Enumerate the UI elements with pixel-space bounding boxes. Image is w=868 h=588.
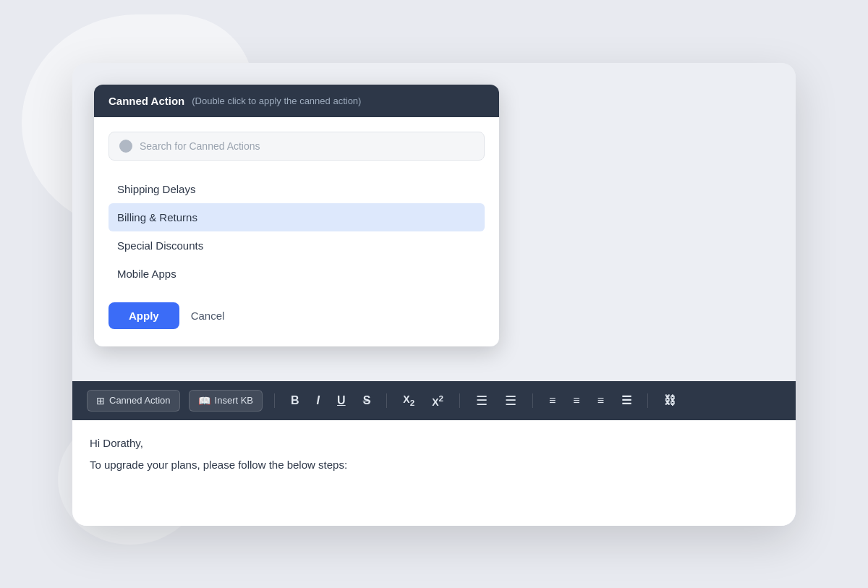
search-box[interactable]: Search for Canned Actions	[109, 132, 485, 161]
toolbar-separator-5	[647, 393, 648, 408]
insert-kb-label: Insert KB	[215, 395, 253, 406]
action-item-special-discounts[interactable]: Special Discounts	[109, 231, 485, 260]
subscript-button[interactable]: X2	[399, 391, 419, 409]
toolbar-separator-1	[274, 393, 275, 408]
ordered-list-button[interactable]: ☰	[501, 391, 521, 410]
insert-kb-button[interactable]: 📖 Insert KB	[189, 390, 263, 412]
dialog-subtitle: (Double click to apply the canned action…	[192, 95, 361, 106]
toolbar-separator-3	[459, 393, 460, 408]
canned-action-dialog: Canned Action (Double click to apply the…	[94, 85, 499, 346]
action-item-mobile-apps[interactable]: Mobile Apps	[109, 260, 485, 288]
toolbar-separator-2	[386, 393, 387, 408]
underline-button[interactable]: U	[333, 392, 350, 409]
align-right-button[interactable]: ≡	[593, 392, 608, 409]
cancel-button[interactable]: Cancel	[191, 310, 225, 322]
dialog-title: Canned Action	[109, 95, 184, 107]
action-item-billing-returns[interactable]: Billing & Returns	[109, 203, 485, 231]
link-button[interactable]: ⛓	[660, 392, 680, 409]
italic-button[interactable]: I	[312, 392, 324, 409]
dialog-buttons: Apply Cancel	[109, 302, 485, 329]
editor-line-1: Hi Dorathy,	[90, 435, 778, 452]
formatting-toolbar: ⊞ Canned Action 📖 Insert KB B I U S X2 X…	[72, 381, 796, 420]
book-icon: 📖	[198, 395, 210, 406]
search-icon	[119, 140, 132, 153]
editor-line-3: To upgrade your plans, please follow the…	[90, 456, 778, 474]
superscript-button[interactable]: X2	[427, 391, 448, 410]
align-center-button[interactable]: ≡	[569, 392, 584, 409]
dialog-header: Canned Action (Double click to apply the…	[94, 85, 499, 117]
justify-button[interactable]: ☰	[617, 392, 636, 409]
bullet-list-button[interactable]: ☰	[472, 391, 492, 410]
search-placeholder: Search for Canned Actions	[140, 140, 260, 152]
align-left-button[interactable]: ≡	[545, 392, 560, 409]
toolbar-separator-4	[532, 393, 533, 408]
bottom-section: ⊞ Canned Action 📖 Insert KB B I U S X2 X…	[72, 381, 796, 526]
apply-button[interactable]: Apply	[109, 302, 179, 329]
editor-content[interactable]: Hi Dorathy, To upgrade your plans, pleas…	[72, 420, 796, 493]
strikethrough-button[interactable]: S	[359, 392, 375, 409]
bold-button[interactable]: B	[286, 392, 304, 409]
canned-action-toolbar-button[interactable]: ⊞ Canned Action	[87, 390, 180, 412]
main-card: Canned Action (Double click to apply the…	[72, 63, 796, 526]
dialog-body: Search for Canned Actions Shipping Delay…	[94, 117, 499, 346]
canned-action-list: Shipping Delays Billing & Returns Specia…	[109, 175, 485, 288]
canned-action-icon: ⊞	[96, 395, 105, 406]
action-item-shipping-delays[interactable]: Shipping Delays	[109, 175, 485, 203]
canned-action-toolbar-label: Canned Action	[109, 395, 171, 406]
